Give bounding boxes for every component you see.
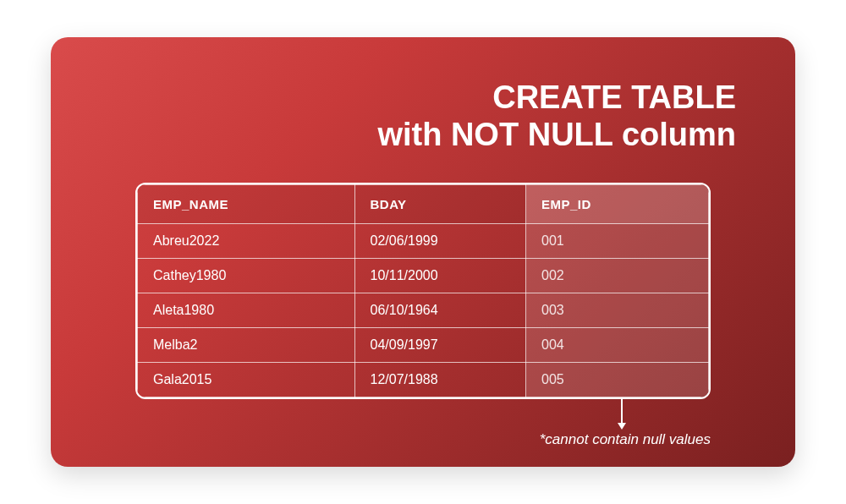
table-row: Melba2 04/09/1997 004 (138, 328, 709, 363)
cell-bday: 12/07/1988 (354, 363, 526, 397)
title-line1: CREATE TABLE (492, 79, 736, 115)
arrow-down-icon (618, 399, 626, 430)
cell-emp-id: 001 (526, 224, 709, 259)
diagram-card: CREATE TABLE with NOT NULL column EMP_NA… (51, 37, 795, 467)
table-row: Aleta1980 06/10/1964 003 (138, 293, 709, 328)
cell-emp-name: Melba2 (138, 328, 355, 363)
cell-emp-id: 004 (526, 328, 709, 363)
table-row: Gala2015 12/07/1988 005 (138, 363, 709, 397)
table-wrap: EMP_NAME BDAY EMP_ID Abreu2022 02/06/199… (135, 183, 711, 399)
cell-bday: 06/10/1964 (354, 293, 526, 328)
table-row: Abreu2022 02/06/1999 001 (138, 224, 709, 259)
cell-emp-name: Cathey1980 (138, 259, 355, 293)
col-header-bday: BDAY (354, 185, 526, 224)
cell-emp-name: Aleta1980 (138, 293, 355, 328)
table-row: Cathey1980 10/11/2000 002 (138, 259, 709, 293)
cell-bday: 04/09/1997 (354, 328, 526, 363)
cell-emp-id: 002 (526, 259, 709, 293)
cell-bday: 10/11/2000 (354, 259, 526, 293)
title-line2: with NOT NULL column (377, 117, 736, 152)
cell-emp-name: Abreu2022 (138, 224, 355, 259)
col-header-emp-name: EMP_NAME (138, 185, 355, 224)
not-null-annotation: *cannot contain null values (540, 431, 711, 448)
data-table: EMP_NAME BDAY EMP_ID Abreu2022 02/06/199… (137, 184, 709, 397)
cell-emp-id: 005 (526, 363, 709, 397)
col-header-emp-id: EMP_ID (526, 185, 709, 224)
data-table-container: EMP_NAME BDAY EMP_ID Abreu2022 02/06/199… (135, 183, 711, 399)
table-header-row: EMP_NAME BDAY EMP_ID (138, 185, 709, 224)
page-title: CREATE TABLE with NOT NULL column (110, 79, 736, 153)
cell-emp-id: 003 (526, 293, 709, 328)
cell-emp-name: Gala2015 (138, 363, 355, 397)
cell-bday: 02/06/1999 (354, 224, 526, 259)
